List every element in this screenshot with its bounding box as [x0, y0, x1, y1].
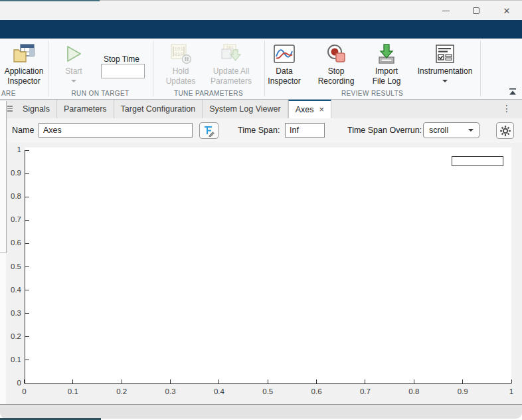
y-tick-mark	[25, 336, 29, 337]
title-bar: ✕	[0, 1, 522, 20]
hold-updates-button[interactable]: 101 010 Hold Updates	[158, 41, 203, 86]
application-inspector-button[interactable]: Application Inspector	[2, 41, 46, 86]
import-file-log-icon	[376, 41, 397, 66]
ribbon-separator	[48, 41, 48, 96]
x-tick-label: 0.4	[207, 387, 231, 395]
collapse-ribbon-button[interactable]	[507, 86, 519, 96]
svg-text:101: 101	[174, 47, 183, 52]
import-file-log-button[interactable]: Import File Log	[363, 41, 410, 86]
ribbon-toolbar: ARE RUN ON TARGET TUNE PARAMETERS REVIEW…	[0, 39, 522, 100]
time-span-overrun-select[interactable]: scroll	[423, 122, 479, 138]
name-input[interactable]	[39, 123, 193, 138]
x-tick-mark	[268, 379, 268, 383]
minimize-icon	[442, 11, 450, 11]
x-tick-mark	[170, 379, 171, 383]
x-tick-mark	[218, 379, 219, 383]
maximize-icon	[473, 7, 479, 14]
instrumentation-dropdown-icon	[442, 80, 448, 82]
y-tick-mark	[25, 266, 29, 267]
tab-axes[interactable]: Axes×	[288, 100, 331, 118]
ribbon-separator	[153, 41, 153, 96]
ribbon-group-label-review-results: REVIEW RESULTS	[264, 90, 480, 97]
app-window: ✕ ARE RUN ON TARGET TUNE PARAMETERS REVI…	[0, 0, 522, 420]
update-all-parameters-label: Update All Parameters	[211, 66, 252, 86]
tab-close-icon[interactable]: ×	[319, 104, 324, 114]
x-tick-label: 0.8	[402, 387, 426, 395]
tabs: Signals Parameters Target Configuration …	[16, 100, 331, 118]
x-tick-mark	[365, 379, 365, 383]
stop-recording-label: Stop Recording	[318, 66, 355, 86]
y-tick-mark	[25, 383, 29, 384]
import-file-log-label: Import File Log	[373, 66, 401, 86]
minimize-button[interactable]	[430, 1, 461, 20]
x-tick-mark	[462, 379, 463, 383]
instrumentation-label: Instrumentation	[418, 66, 473, 76]
close-button[interactable]: ✕	[491, 1, 522, 20]
tab-signals-label: Signals	[23, 104, 50, 114]
time-span-overrun-value: scroll	[424, 126, 468, 135]
tab-dock-grip-icon[interactable]	[7, 106, 13, 112]
name-label: Name	[12, 118, 34, 143]
hold-updates-icon: 101 010	[169, 41, 192, 66]
x-tick-label: 0.3	[159, 387, 183, 395]
panel-splitter[interactable]	[6, 101, 7, 253]
time-span-input[interactable]	[285, 123, 325, 138]
tab-overflow-menu-icon[interactable]: ⋮	[502, 103, 511, 114]
application-inspector-label: Application Inspector	[5, 66, 44, 86]
x-tick-label: 0.9	[451, 387, 475, 395]
x-tick-label: 0.2	[110, 387, 133, 395]
tab-parameters[interactable]: Parameters	[57, 100, 114, 118]
stop-time-input[interactable]	[101, 64, 145, 78]
axes-settings-toolbar: Name Time Span: Time Span Overrun: scrol…	[0, 118, 522, 143]
update-all-parameters-button[interactable]: 101 010 Update All Parameters	[203, 41, 259, 86]
stop-recording-button[interactable]: Stop Recording	[313, 41, 359, 86]
tab-axes-label: Axes	[296, 105, 314, 114]
tab-system-log-viewer[interactable]: System Log Viewer	[203, 100, 288, 118]
background-window-border-top	[100, 0, 522, 1]
start-button[interactable]: Start	[56, 41, 92, 82]
edit-signals-icon	[203, 124, 215, 137]
chevron-down-icon	[468, 129, 474, 132]
instrumentation-button[interactable]: Instrumentation	[412, 41, 478, 82]
tab-parameters-label: Parameters	[64, 104, 107, 114]
document-tab-bar: Signals Parameters Target Configuration …	[0, 100, 522, 118]
x-axis-ticks: 00.10.20.30.40.50.60.70.80.91	[25, 143, 512, 404]
y-tick-mark	[25, 360, 29, 360]
edit-signals-button[interactable]	[199, 122, 218, 139]
tab-target-configuration[interactable]: Target Configuration	[114, 100, 203, 118]
time-span-label: Time Span:	[238, 118, 280, 143]
x-tick-mark	[414, 379, 414, 383]
y-tick-mark	[25, 220, 29, 221]
axes-settings-button[interactable]	[496, 122, 514, 139]
data-inspector-label: Data Inspector	[268, 66, 300, 86]
tab-system-log-viewer-label: System Log Viewer	[209, 104, 280, 114]
ribbon-group-label-tune-parameters: TUNE PARAMETERS	[153, 90, 264, 97]
stop-recording-icon	[325, 41, 347, 66]
stop-time-label: Stop Time	[104, 54, 139, 64]
tab-signals[interactable]: Signals	[16, 100, 57, 118]
y-tick-mark	[25, 313, 29, 314]
x-tick-mark	[316, 379, 317, 383]
x-tick-label: 0.7	[353, 387, 377, 395]
tab-target-configuration-label: Target Configuration	[121, 104, 196, 114]
start-icon	[64, 41, 83, 66]
y-tick-mark	[25, 197, 29, 197]
application-inspector-icon	[13, 41, 35, 66]
x-tick-label: 0.5	[256, 387, 280, 395]
axes-plot-area: 00.10.20.30.40.50.60.70.80.91 10.90.80.7…	[0, 143, 522, 404]
x-tick-mark	[511, 379, 512, 383]
ribbon-group-label-run-on-target: RUN ON TARGET	[48, 90, 153, 97]
maximize-button[interactable]	[461, 1, 491, 20]
gear-icon	[499, 125, 511, 137]
y-tick-mark	[25, 150, 29, 151]
y-tick-mark	[25, 173, 29, 174]
x-tick-mark	[122, 379, 122, 383]
data-inspector-button[interactable]: Data Inspector	[265, 41, 304, 86]
y-tick-mark	[25, 243, 29, 244]
data-inspector-icon	[274, 41, 295, 66]
status-bar	[0, 404, 522, 419]
svg-text:010: 010	[174, 52, 183, 57]
ribbon-separator	[480, 41, 481, 96]
hold-updates-label: Hold Updates	[166, 66, 196, 86]
close-icon: ✕	[503, 7, 511, 15]
